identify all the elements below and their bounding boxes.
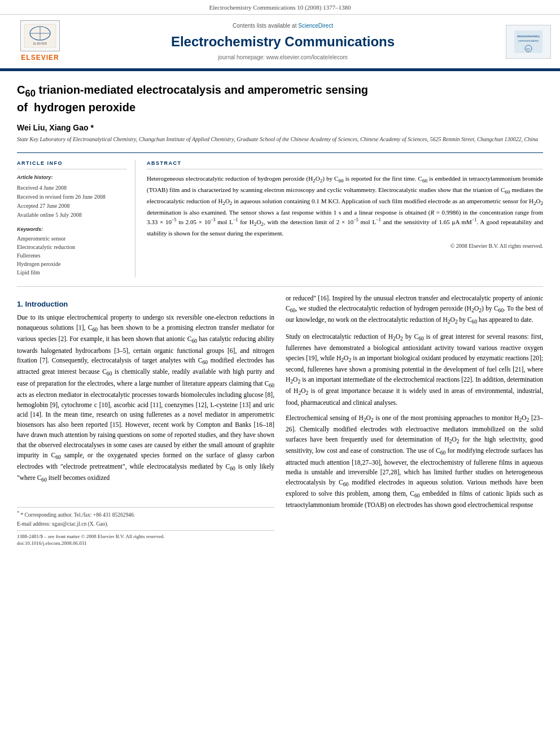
history-label: Article history: [17,174,127,181]
email-footnote: E-mail address: xgao@ciac.jl.cn (X. Gao)… [17,521,274,528]
article-info-label: ARTICLE INFO [17,160,127,169]
footnote-separator [17,507,274,508]
journal-homepage: journal homepage: www.elsevier.com/locat… [71,54,495,62]
article-info-abstract-section: ARTICLE INFO Article history: Received 4… [17,152,543,277]
intro-paragraph-3: Study on electrocatalytic reduction of H… [286,332,543,408]
sciencedirect-label: Contents lists available at ScienceDirec… [71,22,495,30]
separator [17,286,543,287]
email-text: E-mail address: xgao@ciac.jl.cn (X. Gao)… [17,521,108,527]
intro-paragraph-1: Due to its unique electrochemical proper… [17,313,274,484]
main-content: C60 trianion-mediated electrocatalysis a… [0,71,560,553]
keywords-section: Keywords: Amperometric sensor Electrocat… [17,226,127,277]
elsevier-branding: ELSEVIER ELSEVIER [9,20,71,63]
journal-title: Electrochemistry Communications [71,32,495,51]
journal-info-center: Contents lists available at ScienceDirec… [71,22,495,62]
online-date: Available online 5 July 2008 [17,211,127,219]
journal-logo-image: electrochemistry communications EC [506,25,551,59]
sciencedirect-link[interactable]: ScienceDirect [298,23,333,29]
top-bar: Electrochemistry Communications 10 (2008… [0,0,560,15]
journal-logo-right: electrochemistry communications EC [495,25,551,59]
issn-line: 1388-2481/$ – see front matter © 2008 El… [17,530,274,547]
corresponding-text: * Corresponding author. Tel./fax: +86 43… [20,512,135,518]
body-two-col: 1. Introduction Due to its unique electr… [17,294,543,547]
keyword-3: Fullerenes [17,252,127,260]
affiliation: State Key Laboratory of Electroanalytica… [17,136,543,143]
keyword-5: Lipid film [17,269,127,277]
keyword-4: Hydrogen peroxide [17,260,127,268]
elsevier-logo: ELSEVIER ELSEVIER [9,20,71,63]
journal-citation: Electrochemistry Communications 10 (2008… [209,4,351,11]
abstract-column: ABSTRACT Heterogeneous electrocatalytic … [147,160,543,277]
elsevier-logo-image: ELSEVIER [20,20,60,51]
doi-text: doi:10.1016/j.elecom.2008.06.031 [17,540,87,546]
introduction-section: 1. Introduction Due to its unique electr… [17,299,274,484]
abstract-text: Heterogeneous electrocatalytic reduction… [147,174,543,238]
svg-text:communications: communications [518,39,539,42]
body-col-right: or reduced" [16]. Inspired by the unusua… [286,294,543,547]
keyword-2: Electrocatalytic reduction [17,243,127,251]
svg-text:ELSEVIER: ELSEVIER [33,42,47,45]
received-date: Received 4 June 2008 [17,184,127,192]
journal-header: ELSEVIER ELSEVIER Contents lists availab… [0,15,560,69]
keywords-label: Keywords: [17,226,127,233]
footnotes-section: * * Corresponding author. Tel./fax: +86 … [17,507,274,547]
svg-text:EC: EC [527,47,531,51]
article-info-column: ARTICLE INFO Article history: Received 4… [17,160,135,277]
abstract-label: ABSTRACT [147,160,543,169]
article-title: C60 trianion-mediated electrocatalysis a… [17,82,543,115]
copyright: © 2008 Elsevier B.V. All rights reserved… [147,242,543,250]
svg-text:electrochemistry: electrochemistry [517,34,540,38]
intro-paragraph-2: or reduced" [16]. Inspired by the unusua… [286,294,543,326]
authors: Wei Liu, Xiang Gao * [17,123,543,134]
corresponding-footnote: * * Corresponding author. Tel./fax: +86 … [17,510,274,519]
issn-text: 1388-2481/$ – see front matter © 2008 El… [17,534,165,539]
accepted-date: Accepted 27 June 2008 [17,202,127,210]
intro-paragraph-4: Electrochemical sensing of H2O2 is one o… [286,413,543,510]
elsevier-name: ELSEVIER [21,53,59,63]
author-names: Wei Liu, Xiang Gao * [17,123,94,132]
revised-date: Received in revised form 26 June 2008 [17,193,127,201]
body-col-left: 1. Introduction Due to its unique electr… [17,294,274,547]
keyword-1: Amperometric sensor [17,235,127,243]
intro-title: 1. Introduction [17,299,274,309]
